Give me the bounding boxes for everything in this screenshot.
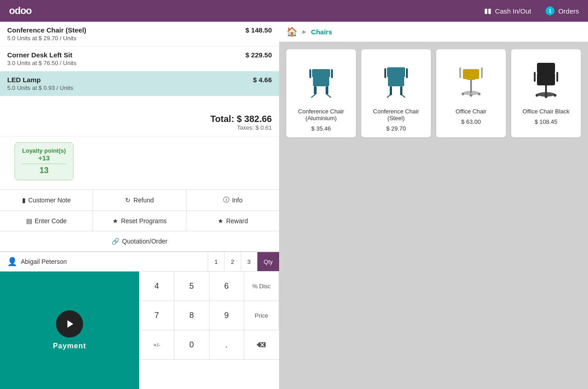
reset-programs-label: Reset Programs <box>121 217 167 225</box>
numpad-key-2[interactable]: 2 <box>224 252 240 271</box>
svg-rect-5 <box>312 69 330 77</box>
svg-point-18 <box>470 94 472 97</box>
numpad-and-payment: Payment 4 5 6 % Disc 7 8 9 Price +/- 0 . <box>0 272 279 389</box>
numpad-dot[interactable]: . <box>210 330 244 360</box>
svg-line-11 <box>387 94 391 98</box>
loyalty-section: Loyalty point(s) +13 13 <box>0 137 279 189</box>
customer-mode-row: 👤 Abigail Peterson 1 2 3 Qty <box>0 252 279 272</box>
product-price: $ 29.70 <box>386 125 406 132</box>
loyalty-total: 13 <box>22 166 66 175</box>
numpad-8[interactable]: 8 <box>174 301 209 330</box>
qty-mode-button[interactable]: Qty <box>257 252 279 271</box>
order-lines: Conference Chair (Steel) 5.0 Units at $ … <box>0 22 279 108</box>
svg-rect-6 <box>309 69 311 78</box>
numpad-5[interactable]: 5 <box>174 272 209 301</box>
customer-name: Abigail Peterson <box>21 258 67 265</box>
numpad-plusminus[interactable]: +/- <box>140 330 174 360</box>
svg-line-3 <box>311 94 315 98</box>
svg-rect-2 <box>326 86 328 94</box>
info-button[interactable]: ⓘ Info <box>187 190 279 211</box>
refund-label: Refund <box>133 197 154 204</box>
action-row-3: 🔗 Quotation/Order <box>0 231 279 252</box>
order-line[interactable]: Conference Chair (Steel) 5.0 Units at $ … <box>0 22 279 47</box>
svg-point-29 <box>554 94 556 97</box>
payment-arrow-icon <box>56 310 83 337</box>
orders-button[interactable]: 1 Orders <box>546 6 579 15</box>
totals-section: Total: $ 382.66 Taxes: $ 0.61 <box>0 108 279 137</box>
order-line-name: Conference Chair (Steel) <box>7 26 86 34</box>
numpad-4[interactable]: 4 <box>140 272 174 301</box>
order-taxes: Taxes: $ 0.61 <box>7 124 272 131</box>
odoo-logo: odoo <box>9 5 32 17</box>
numpad-7[interactable]: 7 <box>140 301 174 330</box>
product-price: $ 63.00 <box>461 118 481 125</box>
svg-rect-1 <box>314 86 317 94</box>
quotation-order-button[interactable]: 🔗 Quotation/Order <box>0 231 279 251</box>
svg-rect-34 <box>534 72 536 82</box>
note-icon: ▮ <box>22 197 26 204</box>
left-panel: Conference Chair (Steel) 5.0 Units at $ … <box>0 22 279 389</box>
breadcrumb: 🏠 ► Chairs <box>279 22 588 42</box>
svg-rect-0 <box>313 76 329 86</box>
product-card[interactable]: Conference Chair (Steel) $ 29.70 <box>361 49 431 137</box>
product-image <box>517 55 575 104</box>
customer-note-label: Customer Note <box>28 197 71 204</box>
action-row-1: ▮ Customer Note ↻ Refund ⓘ Info <box>0 190 279 211</box>
product-card[interactable]: Office Chair Black $ 108.45 <box>511 49 581 137</box>
numpad-backspace[interactable] <box>244 330 279 360</box>
customer-note-button[interactable]: ▮ Customer Note <box>0 190 93 211</box>
order-line[interactable]: LED Lamp 5.0 Units at $ 0.93 / Units $ 4… <box>0 71 279 96</box>
refund-button[interactable]: ↻ Refund <box>93 190 186 211</box>
reward-button[interactable]: ★ Reward <box>187 211 279 231</box>
info-icon: ⓘ <box>223 196 229 204</box>
product-image <box>442 55 500 104</box>
cash-label: Cash In/Out <box>495 7 531 15</box>
payment-button[interactable]: Payment <box>0 272 139 389</box>
numpad-9[interactable]: 9 <box>210 301 244 330</box>
cash-icon: ▮▮ <box>484 7 491 15</box>
action-row-2: ▤ Enter Code ★ Reset Programs ★ Reward <box>0 211 279 231</box>
numpad-price[interactable]: Price <box>244 301 279 330</box>
home-icon[interactable]: 🏠 <box>286 26 298 37</box>
numpad-key-3[interactable]: 3 <box>241 252 257 271</box>
enter-code-button[interactable]: ▤ Enter Code <box>0 211 93 231</box>
svg-rect-24 <box>459 67 461 78</box>
numpad-0[interactable]: 0 <box>174 330 209 360</box>
star-icon: ★ <box>112 217 118 225</box>
numpad-disc[interactable]: % Disc <box>244 272 279 301</box>
topbar: odoo ▮▮ Cash In/Out 1 Orders <box>0 0 588 22</box>
loyalty-box: Loyalty point(s) +13 13 <box>14 142 74 180</box>
product-name: Office Chair <box>456 108 486 115</box>
cash-in-out-button[interactable]: ▮▮ Cash In/Out <box>484 7 531 15</box>
info-label: Info <box>232 197 243 204</box>
svg-rect-35 <box>556 72 558 82</box>
reward-star-icon: ★ <box>218 217 224 225</box>
product-card[interactable]: Office Chair $ 63.00 <box>436 49 506 137</box>
quotation-order-label: Quotation/Order <box>122 238 167 245</box>
order-line-price: $ 229.50 <box>246 51 272 59</box>
enter-code-label: Enter Code <box>35 217 67 225</box>
product-price: $ 35.46 <box>311 125 331 132</box>
products-grid: Conference Chair (Aluminium) $ 35.46 <box>279 42 588 145</box>
svg-rect-9 <box>390 86 392 95</box>
product-name: Conference Chair (Aluminium) <box>292 108 350 122</box>
customer-field[interactable]: 👤 Abigail Peterson <box>0 252 208 271</box>
product-card[interactable]: Conference Chair (Aluminium) $ 35.46 <box>286 49 356 137</box>
link-icon: 🔗 <box>112 238 119 245</box>
numpad-6[interactable]: 6 <box>210 272 244 301</box>
svg-point-17 <box>462 93 464 95</box>
barcode-icon: ▤ <box>26 217 32 225</box>
order-line-name: Corner Desk Left Sit <box>7 51 76 59</box>
numpad-key-1[interactable]: 1 <box>208 252 224 271</box>
svg-line-12 <box>401 94 405 98</box>
reward-label: Reward <box>226 217 248 225</box>
svg-rect-10 <box>400 86 402 95</box>
reset-programs-button[interactable]: ★ Reset Programs <box>93 211 186 231</box>
product-image <box>367 55 425 104</box>
person-icon: 👤 <box>7 257 17 267</box>
order-line[interactable]: Corner Desk Left Sit 3.0 Units at $ 76.5… <box>0 47 279 71</box>
product-price: $ 108.45 <box>535 118 558 125</box>
order-line-detail: 3.0 Units at $ 76.50 / Units <box>7 60 76 66</box>
order-line-detail: 5.0 Units at $ 29.70 / Units <box>7 35 86 42</box>
orders-badge: 1 <box>546 6 555 15</box>
